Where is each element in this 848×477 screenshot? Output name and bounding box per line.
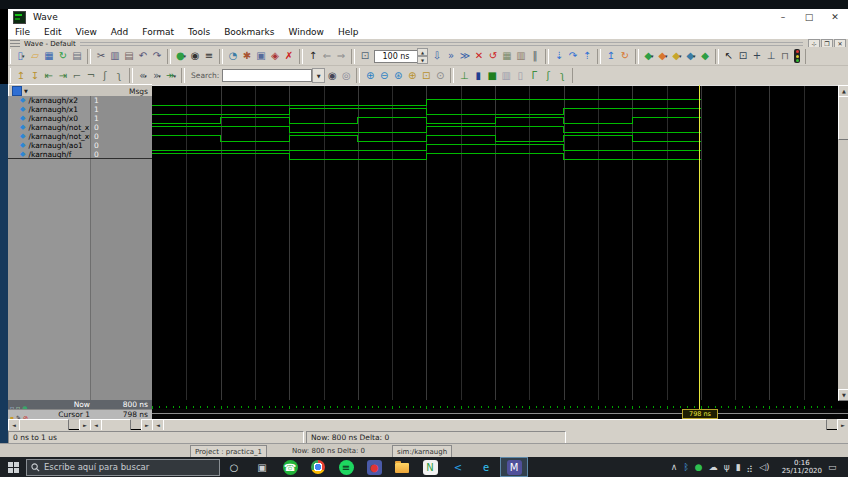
add-list-icon[interactable]: ◆▾ <box>670 49 684 63</box>
continue-run-icon[interactable]: » <box>444 49 458 63</box>
active-time-icon[interactable]: ■ <box>485 69 499 83</box>
edge-mode-3-icon[interactable]: ʅ <box>555 69 569 83</box>
zoom-out-icon[interactable]: ⊖ <box>377 69 391 83</box>
close-button[interactable]: ✕ <box>822 10 848 24</box>
redo-icon[interactable]: ↷ <box>150 49 164 63</box>
network-icon[interactable]: ⣴ <box>747 462 754 472</box>
elaborate-icon[interactable]: ◔ <box>226 49 240 63</box>
zoom-full-icon[interactable]: ⊛ <box>391 69 405 83</box>
step-out-icon[interactable]: ⇡ <box>580 49 594 63</box>
zoom-range-icon[interactable]: ⊡ <box>419 69 433 83</box>
reload-icon[interactable]: ↻ <box>56 49 70 63</box>
restart-icon[interactable]: ↺ <box>486 49 500 63</box>
prev-falling-edge-icon[interactable]: ⌐ <box>70 69 84 83</box>
names-hscrollbar[interactable]: ◄ ► <box>8 419 90 429</box>
search-dropdown-button[interactable]: ▼ <box>312 68 325 83</box>
menu-window[interactable]: Window <box>281 27 331 37</box>
file-explorer-icon[interactable] <box>388 457 416 477</box>
scroll-down-button[interactable]: ▼ <box>838 389 848 401</box>
values-hscrollbar[interactable]: ◄ ► <box>90 419 152 429</box>
maximize-button[interactable]: □ <box>796 10 822 24</box>
signal-row[interactable]: ◆/karnaugh/ao1 <box>8 141 90 150</box>
prev-transition-icon[interactable]: ⇤ <box>42 69 56 83</box>
menu-tools[interactable]: Tools <box>181 27 217 37</box>
search-reverse-icon[interactable]: ◎ <box>339 69 353 83</box>
spotify-icon[interactable]: ≡ <box>332 457 360 477</box>
run-length-decrement[interactable]: ▼ <box>417 56 428 64</box>
quit-sim-icon[interactable]: ✗ <box>282 49 296 63</box>
signal-value-row[interactable]: 1 <box>91 96 153 105</box>
zoom-cursor-icon[interactable]: ⊕ <box>405 69 419 83</box>
notification-center-icon[interactable]: ▭ <box>828 462 844 472</box>
add-items-icon[interactable]: ●▾ <box>174 49 188 63</box>
compile-icon[interactable]: ✱ <box>240 49 254 63</box>
signal-row[interactable]: ◆/karnaugh/not_x0 <box>8 132 90 141</box>
pan-mode-icon[interactable]: + <box>750 49 764 63</box>
timeline-ruler[interactable]: ns100 ns200 ns300 ns400 ns500 ns600 ns70… <box>152 400 838 409</box>
select-mode-icon[interactable]: ↖ <box>722 49 736 63</box>
profile-icon[interactable]: ▥ <box>514 49 528 63</box>
signal-value-row[interactable]: 1 <box>91 105 153 114</box>
step-over-icon[interactable]: ↷ <box>566 49 580 63</box>
print-icon[interactable]: ▤ <box>70 49 84 63</box>
search-input[interactable] <box>222 69 312 82</box>
edit-mode-icon[interactable]: ⊓ <box>778 49 792 63</box>
cursor-row[interactable]: ▪✎⊘ Cursor 1 798 ns <box>8 409 152 419</box>
optimize-icon[interactable]: ◈ <box>268 49 282 63</box>
menu-view[interactable]: View <box>69 27 104 37</box>
up-level-icon[interactable]: ↑ <box>306 49 320 63</box>
continue-icon[interactable]: ↻ <box>618 49 632 63</box>
minimize-button[interactable]: – <box>770 10 796 24</box>
next-rising-edge-icon[interactable]: ʅ <box>112 69 126 83</box>
bluetooth-icon[interactable]: ᛒ <box>683 462 688 472</box>
pane-grip[interactable] <box>10 40 20 47</box>
goto-time-icon[interactable]: ↠▾ <box>164 69 178 83</box>
menu-help[interactable]: Help <box>331 27 366 37</box>
menu-file[interactable]: File <box>8 27 37 37</box>
chevron-up-icon[interactable]: ∧ <box>671 462 678 472</box>
cut-icon[interactable]: ✂ <box>94 49 108 63</box>
measure-mode-icon[interactable]: ⊥ <box>764 49 778 63</box>
chevron-down-icon[interactable]: ▼ <box>24 88 28 94</box>
signal-row[interactable]: ◆/karnaugh/x1 <box>8 105 90 114</box>
undo-icon[interactable]: ↶ <box>136 49 150 63</box>
paste-icon[interactable]: ▤ <box>122 49 136 63</box>
copy-icon[interactable]: ▥ <box>108 49 122 63</box>
collapse-time-icon[interactable]: ▥ <box>499 69 513 83</box>
vscode-icon[interactable]: < <box>444 457 472 477</box>
menu-format[interactable]: Format <box>135 27 181 37</box>
forward-icon[interactable]: ⇒ <box>334 49 348 63</box>
cursor-time-flag[interactable]: 798 ns <box>682 409 718 419</box>
restore-defaults-icon[interactable]: ⊡ <box>358 49 372 63</box>
run-icon[interactable]: ⇩ <box>430 49 444 63</box>
signal-value-row[interactable]: 0 <box>91 123 153 132</box>
menu-bookmarks[interactable]: Bookmarks <box>217 27 281 37</box>
simulate-icon[interactable]: ▣ <box>254 49 268 63</box>
signal-values-pane[interactable]: 1110000 <box>90 96 153 400</box>
menu-edit[interactable]: Edit <box>37 27 68 37</box>
zoom-others-icon[interactable]: ⊙ <box>433 69 447 83</box>
chrome-icon[interactable] <box>304 457 332 477</box>
wave-hscrollbar[interactable]: ◄ ► <box>152 419 848 429</box>
break-icon[interactable]: ✕ <box>472 49 486 63</box>
add-watch-icon[interactable]: ◆▾ <box>684 49 698 63</box>
filter-list-icon[interactable]: ≡ <box>202 49 216 63</box>
signal-value-row[interactable]: 0 <box>91 141 153 150</box>
find-icon[interactable]: ◉ <box>188 49 202 63</box>
volume-icon[interactable]: ◁) <box>759 462 769 472</box>
taskbar-search-box[interactable]: Escribe aquí para buscar <box>26 459 220 476</box>
next-falling-edge-icon[interactable]: ¬ <box>84 69 98 83</box>
add-dataflow-icon[interactable]: ◆▾ <box>656 49 670 63</box>
cursor-track[interactable]: 798 ns <box>152 409 848 419</box>
menu-add[interactable]: Add <box>104 27 135 37</box>
stop-light-icon[interactable] <box>794 49 800 63</box>
add-log-icon[interactable]: ◆ <box>698 49 712 63</box>
locate-prev-icon[interactable]: «▾ <box>136 69 150 83</box>
pane-menu-icon[interactable] <box>12 86 22 96</box>
edge-icon[interactable]: e <box>472 457 500 477</box>
next-transition-icon[interactable]: ⇥ <box>56 69 70 83</box>
signal-value-row[interactable]: 1 <box>91 114 153 123</box>
wave-canvas[interactable] <box>152 85 838 401</box>
signal-names-pane[interactable]: ◆/karnaugh/x2◆/karnaugh/x1◆/karnaugh/x0◆… <box>8 96 90 400</box>
step-current-icon[interactable]: ↥ <box>604 49 618 63</box>
